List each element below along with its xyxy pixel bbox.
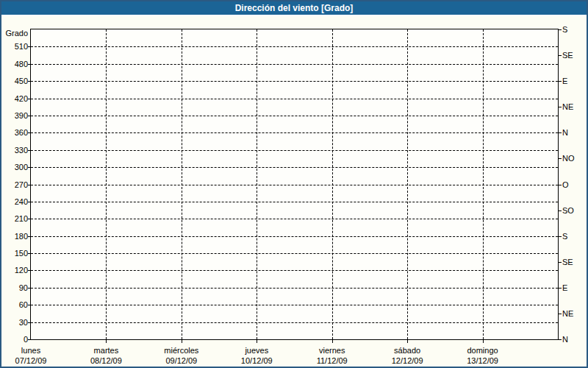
compass-tick-label: N	[562, 334, 587, 344]
compass-tick-label: S	[562, 24, 587, 35]
chart-title: Dirección del viento [Grado]	[235, 3, 354, 13]
x-axis-tick-mark	[182, 340, 182, 343]
compass-tick-mark	[559, 314, 562, 314]
compass-tick-mark	[559, 29, 562, 30]
y-grid-line	[31, 305, 558, 305]
compass-tick-label: NE	[562, 308, 587, 319]
day-date-label: 10/12/09	[216, 356, 297, 366]
y-axis-tick-mark	[28, 339, 30, 340]
y-axis-tick-label: 240	[1, 197, 28, 207]
y-axis-tick-mark	[28, 46, 30, 47]
x-axis-tick-mark	[106, 340, 107, 343]
y-axis-tick-mark	[28, 64, 30, 65]
y-axis-tick-label: 150	[1, 248, 28, 258]
y-axis-tick-mark	[28, 150, 30, 151]
y-grid-line	[31, 202, 558, 202]
y-axis-tick-label: 300	[1, 162, 28, 172]
y-axis-tick-label: 390	[1, 110, 28, 121]
y-axis-tick-label: 270	[1, 180, 28, 190]
compass-tick-label: E	[562, 283, 587, 293]
compass-tick-label: NO	[562, 153, 587, 163]
y-grid-line	[31, 81, 558, 82]
compass-tick-label: S	[562, 231, 587, 241]
y-axis-tick-label: 450	[1, 76, 28, 86]
x-axis-tick-mark	[332, 340, 333, 343]
y-axis-tick-mark	[28, 99, 30, 99]
y-grid-line	[31, 270, 558, 271]
x-grid-line	[483, 29, 484, 339]
compass-tick-mark	[559, 210, 562, 211]
chart-window: Dirección del viento [Grado] Grado 03060…	[0, 0, 588, 368]
compass-tick-mark	[559, 107, 562, 107]
y-grid-line	[31, 150, 558, 151]
compass-tick-mark	[559, 81, 562, 82]
x-axis-tick-mark	[257, 340, 257, 343]
day-name-label: lunes	[0, 346, 71, 355]
day-name-label: domingo	[442, 346, 523, 355]
y-grid-line	[31, 288, 558, 289]
compass-tick-label: N	[562, 127, 587, 138]
day-name-label: jueves	[216, 346, 297, 355]
x-grid-line	[257, 29, 257, 339]
compass-tick-mark	[559, 236, 562, 237]
compass-tick-mark	[559, 185, 562, 185]
chart-title-bar: Dirección del viento [Grado]	[1, 1, 587, 16]
y-axis-tick-label: 330	[1, 145, 28, 155]
compass-tick-mark	[559, 132, 562, 133]
y-grid-line	[31, 219, 558, 219]
compass-tick-mark	[559, 262, 562, 263]
y-axis-tick-label: 30	[1, 317, 28, 328]
y-axis-tick-mark	[28, 236, 30, 237]
y-axis-tick-mark	[28, 322, 30, 323]
day-date-label: 11/12/09	[292, 356, 373, 366]
x-grid-line	[106, 29, 107, 339]
y-axis-tick-mark	[28, 270, 30, 271]
x-axis-tick-mark	[483, 340, 484, 343]
x-axis-tick-mark	[407, 340, 408, 343]
day-date-label: 09/12/09	[141, 356, 222, 366]
compass-tick-label: SE	[562, 257, 587, 267]
compass-tick-mark	[559, 288, 562, 289]
y-grid-line	[31, 236, 558, 237]
compass-tick-label: O	[562, 180, 587, 190]
y-axis-tick-label: 180	[1, 231, 28, 241]
y-axis-tick-label: 60	[1, 300, 28, 310]
y-axis-tick-mark	[28, 116, 30, 116]
y-grid-line	[31, 46, 558, 47]
y-grid-line	[31, 99, 558, 99]
y-axis-tick-mark	[28, 305, 30, 305]
y-axis-tick-label: 90	[1, 283, 28, 293]
y-axis-tick-mark	[28, 167, 30, 168]
y-axis-tick-mark	[28, 132, 30, 133]
y-axis-title: Grado	[1, 28, 28, 38]
plot-area	[30, 29, 559, 340]
day-name-label: martes	[65, 346, 146, 355]
compass-tick-label: SO	[562, 205, 587, 216]
compass-tick-mark	[559, 158, 562, 159]
x-grid-line	[182, 29, 182, 339]
compass-tick-mark	[559, 339, 562, 340]
y-grid-line	[31, 132, 558, 133]
compass-tick-label: SE	[562, 50, 587, 60]
day-name-label: miércoles	[141, 346, 222, 355]
y-axis-tick-label: 480	[1, 59, 28, 69]
x-grid-line	[332, 29, 333, 339]
day-date-label: 07/12/09	[0, 356, 71, 366]
y-axis-tick-mark	[28, 288, 30, 289]
y-axis-tick-label: 510	[1, 41, 28, 52]
y-axis-tick-mark	[28, 202, 30, 202]
y-grid-line	[31, 116, 558, 116]
compass-tick-label: E	[562, 76, 587, 86]
y-axis-tick-label: 210	[1, 213, 28, 224]
y-grid-line	[31, 253, 558, 254]
day-name-label: viernes	[292, 346, 373, 355]
y-axis-tick-mark	[28, 81, 30, 82]
day-name-label: sábado	[367, 346, 448, 355]
y-axis-tick-label: 120	[1, 265, 28, 275]
y-axis-tick-mark	[28, 253, 30, 254]
day-date-label: 12/12/09	[367, 356, 448, 366]
y-axis-tick-mark	[28, 185, 30, 185]
y-axis-tick-label: 360	[1, 127, 28, 138]
compass-tick-label: NE	[562, 102, 587, 112]
day-date-label: 13/12/09	[442, 356, 523, 366]
